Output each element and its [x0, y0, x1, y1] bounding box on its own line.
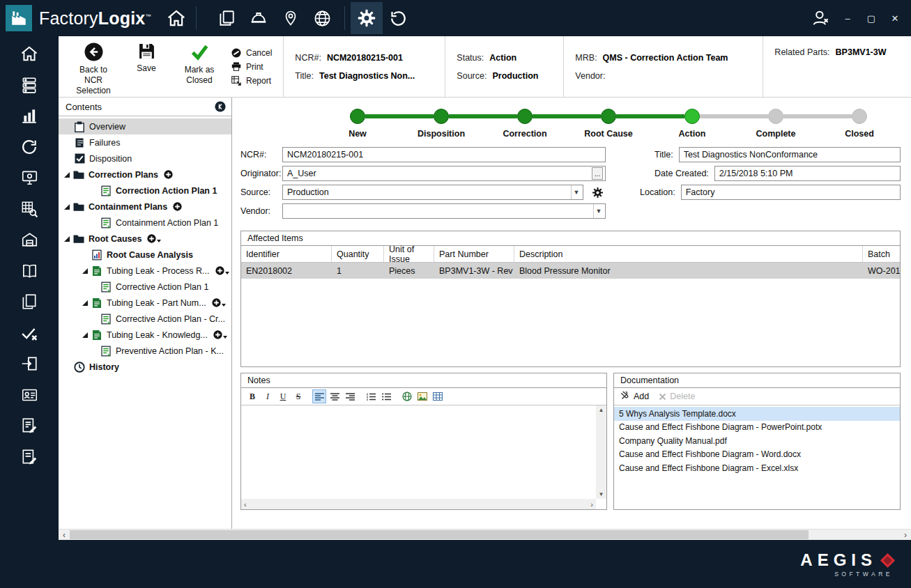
add-plus-icon[interactable]	[212, 298, 221, 307]
tree-item-corrective-action-plan-cr[interactable]: Corrective Action Plan - Cr...	[59, 311, 231, 327]
tree-item-correction-plans[interactable]: Correction Plans	[59, 167, 231, 183]
collapse-all-icon[interactable]	[215, 101, 226, 112]
handoff-icon[interactable]	[19, 353, 40, 374]
document-list-item[interactable]: Cause and Effect Fishbone Diagram - Word…	[614, 448, 900, 462]
layers-icon[interactable]	[210, 2, 243, 34]
tree-item-failures[interactable]: Failures	[59, 134, 231, 150]
originator-input[interactable]: A_User ...	[282, 166, 606, 181]
tree-item-disposition[interactable]: Disposition	[59, 150, 231, 167]
scroll-left-icon[interactable]: ‹	[59, 530, 70, 540]
documents-icon[interactable]	[19, 291, 40, 312]
date-created-input[interactable]: 2/15/2018 5:10 PM	[714, 166, 901, 181]
vendor-combobox[interactable]: ▼	[282, 203, 606, 219]
italic-button[interactable]: I	[261, 389, 275, 403]
expander-caret-icon[interactable]	[82, 332, 88, 338]
library-icon[interactable]	[19, 261, 40, 281]
numbered-list-button[interactable]	[364, 389, 378, 403]
home-icon[interactable]	[19, 43, 40, 64]
warehouse-icon[interactable]	[19, 229, 40, 250]
tree-item-containment-action-plan-1[interactable]: Containment Action Plan 1	[59, 215, 231, 231]
save-button[interactable]: Save	[120, 36, 173, 97]
add-menu-caret-icon[interactable]	[223, 336, 227, 339]
align-left-button[interactable]	[312, 389, 326, 403]
home-icon[interactable]	[162, 4, 190, 32]
source-settings-gear-icon[interactable]	[592, 187, 604, 199]
add-menu-caret-icon[interactable]	[157, 240, 161, 242]
insert-image-icon[interactable]	[415, 389, 429, 403]
column-header-unit-of-issue[interactable]: Unit of Issue	[384, 246, 434, 262]
tree-item-tubing-leak-process-r[interactable]: Tubing Leak - Process R...	[59, 263, 231, 279]
map-pin-icon[interactable]	[275, 2, 307, 34]
tree-item-preventive-action-plan-k[interactable]: Preventive Action Plan - K...	[59, 343, 231, 359]
refresh-icon[interactable]	[19, 137, 40, 157]
user-logout-icon[interactable]	[811, 8, 830, 28]
expander-caret-icon[interactable]	[64, 172, 70, 178]
source-combobox[interactable]: Production ▼	[282, 185, 583, 200]
insert-link-icon[interactable]	[400, 389, 414, 403]
expander-caret-icon[interactable]	[82, 268, 88, 274]
insert-table-icon[interactable]	[431, 389, 445, 403]
scrollbar-thumb[interactable]	[70, 530, 809, 539]
align-right-button[interactable]	[343, 389, 357, 403]
tree-item-overview[interactable]: Overview	[59, 118, 231, 134]
add-menu-caret-icon[interactable]	[225, 272, 229, 274]
affected-item-row[interactable]: EN20180021PiecesBP3MV1-3W - Rev 1Blood P…	[241, 263, 900, 279]
add-menu-caret-icon[interactable]	[222, 304, 226, 307]
document-list-item[interactable]: Company Quality Manual.pdf	[614, 434, 900, 448]
notes-vertical-scrollbar[interactable]: ▲▼	[596, 405, 606, 499]
report-button[interactable]: Report	[231, 76, 272, 86]
hardhat-icon[interactable]	[243, 2, 275, 34]
location-input[interactable]: Factory	[681, 185, 901, 200]
main-horizontal-scrollbar[interactable]: ‹ ›	[59, 529, 911, 540]
source-dropdown-arrow-icon[interactable]: ▼	[571, 185, 581, 199]
tree-item-history[interactable]: History	[59, 359, 231, 375]
title-input[interactable]: Test Diagnostics NonConformance	[679, 147, 901, 162]
notes-horizontal-scrollbar[interactable]: ‹›	[241, 499, 596, 509]
originator-browse-button[interactable]: ...	[592, 167, 603, 180]
add-document-button[interactable]: Add	[620, 392, 649, 402]
column-header-description[interactable]: Description	[514, 246, 863, 262]
scroll-right-icon[interactable]: ›	[900, 530, 911, 540]
production-icon[interactable]	[19, 75, 40, 95]
add-plus-icon[interactable]	[215, 266, 224, 275]
ncr-input[interactable]: NCM20180215-001	[282, 147, 606, 162]
tree-item-correction-action-plan-1[interactable]: Correction Action Plan 1	[59, 183, 231, 199]
scroll-up-icon[interactable]: ▲	[599, 407, 604, 413]
print-button[interactable]: Print	[231, 62, 272, 72]
history-icon[interactable]	[383, 2, 415, 34]
table-search-icon[interactable]	[19, 199, 40, 219]
close-button[interactable]: ✕	[889, 13, 901, 24]
scroll-right-icon[interactable]: ›	[590, 500, 593, 509]
column-header-quantity[interactable]: Quantity	[332, 246, 384, 262]
id-card-icon[interactable]	[19, 385, 40, 405]
document-list-item[interactable]: Cause and Effect Fishbone Diagram - Exce…	[614, 461, 900, 475]
add-plus-icon[interactable]	[213, 330, 222, 339]
tree-item-corrective-action-plan-1[interactable]: Corrective Action Plan 1	[59, 279, 231, 295]
delete-document-button[interactable]: Delete	[659, 392, 695, 401]
globe-icon[interactable]	[307, 2, 339, 34]
mark-as-closed-button[interactable]: Mark asClosed	[173, 36, 226, 97]
document-edit-alt-icon[interactable]	[19, 447, 40, 467]
align-center-button[interactable]	[328, 389, 342, 403]
gear-icon[interactable]	[351, 2, 383, 34]
vendor-dropdown-arrow-icon[interactable]: ▼	[593, 204, 604, 218]
expander-caret-icon[interactable]	[64, 204, 70, 210]
bold-button[interactable]: B	[245, 389, 259, 403]
scroll-left-icon[interactable]: ‹	[244, 500, 247, 509]
maximize-button[interactable]: ▢	[865, 13, 878, 24]
add-plus-icon[interactable]	[147, 234, 156, 243]
bullet-list-button[interactable]	[379, 389, 393, 403]
expander-caret-icon[interactable]	[82, 300, 88, 306]
back-to-ncr-selection-button[interactable]: Back toNCR Selection	[67, 36, 120, 97]
tree-item-containment-plans[interactable]: Containment Plans	[59, 199, 231, 215]
column-header-identifier[interactable]: Identifier	[241, 246, 332, 262]
add-plus-icon[interactable]	[164, 170, 173, 179]
analytics-icon[interactable]	[19, 105, 40, 126]
tree-item-root-causes[interactable]: Root Causes	[59, 231, 231, 247]
column-header-part-number[interactable]: Part Number	[434, 246, 514, 262]
quality-check-icon[interactable]	[19, 323, 40, 343]
scroll-down-icon[interactable]: ▼	[599, 491, 604, 497]
expander-caret-icon[interactable]	[64, 236, 70, 242]
document-edit-icon[interactable]	[19, 415, 40, 436]
underline-button[interactable]: U	[276, 389, 290, 403]
